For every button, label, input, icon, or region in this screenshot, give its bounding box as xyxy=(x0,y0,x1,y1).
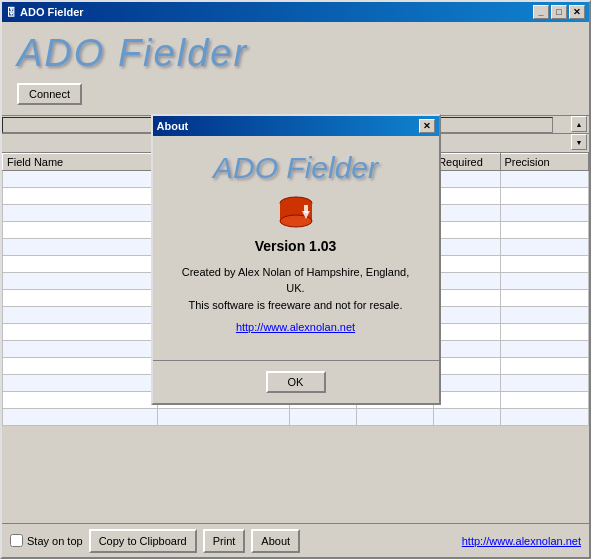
title-bar: 🗄 ADO Fielder _ □ ✕ xyxy=(2,2,589,22)
table-cell xyxy=(500,307,589,324)
modal-title-bar: About ✕ xyxy=(153,116,439,136)
main-window: 🗄 ADO Fielder _ □ ✕ ADO Fielder Connect … xyxy=(0,0,591,559)
modal-logo: ADO Fielder xyxy=(173,151,419,185)
table-cell xyxy=(434,307,500,324)
modal-separator xyxy=(153,360,439,361)
table-cell xyxy=(434,171,500,188)
table-cell xyxy=(290,409,356,426)
table-cell xyxy=(3,341,158,358)
table-cell xyxy=(434,290,500,307)
modal-footer: OK xyxy=(153,371,439,403)
col-required: Required xyxy=(434,154,500,171)
copy-clipboard-button[interactable]: Copy to Clipboard xyxy=(89,529,197,553)
table-cell xyxy=(434,375,500,392)
col-field-name: Field Name xyxy=(3,154,158,171)
scroll-up-button[interactable]: ▲ xyxy=(571,116,587,132)
table-cell xyxy=(500,188,589,205)
table-cell xyxy=(3,273,158,290)
stay-on-top-wrapper: Stay on top xyxy=(10,534,83,547)
table-cell xyxy=(434,188,500,205)
table-cell xyxy=(3,222,158,239)
bottom-bar: Stay on top Copy to Clipboard Print Abou… xyxy=(2,523,589,557)
table-cell xyxy=(500,324,589,341)
table-cell xyxy=(3,256,158,273)
close-button[interactable]: ✕ xyxy=(569,5,585,19)
description-line2: This software is freeware and not for re… xyxy=(189,299,403,311)
table-row xyxy=(3,409,589,426)
connect-button[interactable]: Connect xyxy=(17,83,82,105)
table-cell xyxy=(434,341,500,358)
ok-button[interactable]: OK xyxy=(266,371,326,393)
table-cell xyxy=(500,341,589,358)
modal-website-link[interactable]: http://www.alexnolan.net xyxy=(173,321,419,333)
svg-rect-4 xyxy=(304,205,308,213)
table-cell xyxy=(434,273,500,290)
minimize-button[interactable]: _ xyxy=(533,5,549,19)
stay-on-top-checkbox[interactable] xyxy=(10,534,23,547)
modal-db-icon xyxy=(276,193,316,233)
modal-title: About xyxy=(157,120,189,132)
table-cell xyxy=(500,239,589,256)
about-dialog: About ✕ ADO Fielder xyxy=(151,114,441,406)
title-icon: 🗄 xyxy=(6,7,16,18)
title-bar-text: 🗄 ADO Fielder xyxy=(6,6,84,18)
table-cell xyxy=(500,171,589,188)
modal-close-button[interactable]: ✕ xyxy=(419,119,435,133)
stay-on-top-label: Stay on top xyxy=(27,535,83,547)
about-button[interactable]: About xyxy=(251,529,300,553)
maximize-button[interactable]: □ xyxy=(551,5,567,19)
table-cell xyxy=(3,375,158,392)
table-cell xyxy=(434,205,500,222)
version-text: Version 1.03 xyxy=(173,238,419,254)
website-link[interactable]: http://www.alexnolan.net xyxy=(462,535,581,547)
table-cell xyxy=(3,171,158,188)
table-cell xyxy=(434,358,500,375)
table-cell xyxy=(3,188,158,205)
table-cell xyxy=(500,358,589,375)
table-cell xyxy=(434,324,500,341)
table-cell xyxy=(500,222,589,239)
modal-content: ADO Fielder Version 1.03 Create xyxy=(153,136,439,349)
table-cell xyxy=(3,205,158,222)
table-cell xyxy=(500,409,589,426)
table-cell xyxy=(434,222,500,239)
table-cell xyxy=(356,409,433,426)
print-button[interactable]: Print xyxy=(203,529,246,553)
title-buttons: _ □ ✕ xyxy=(533,5,585,19)
table-cell xyxy=(434,392,500,409)
description-text: Created by Alex Nolan of Hampshire, Engl… xyxy=(173,264,419,314)
table-cell xyxy=(500,392,589,409)
table-cell xyxy=(500,290,589,307)
table-cell xyxy=(3,358,158,375)
table-cell xyxy=(3,324,158,341)
description-line1: Created by Alex Nolan of Hampshire, Engl… xyxy=(182,266,409,295)
table-cell xyxy=(3,290,158,307)
table-cell xyxy=(434,409,500,426)
table-cell xyxy=(500,256,589,273)
table-cell xyxy=(500,205,589,222)
table-cell xyxy=(3,307,158,324)
table-cell xyxy=(434,239,500,256)
table-cell xyxy=(157,409,290,426)
table-cell xyxy=(3,409,158,426)
scroll-down-button[interactable]: ▼ xyxy=(571,134,587,150)
table-cell xyxy=(3,392,158,409)
window-title: ADO Fielder xyxy=(20,6,84,18)
table-cell xyxy=(434,256,500,273)
app-logo: ADO Fielder xyxy=(17,32,574,75)
table-cell xyxy=(3,239,158,256)
table-cell xyxy=(500,273,589,290)
table-cell xyxy=(500,375,589,392)
col-precision: Precision xyxy=(500,154,589,171)
header-area: ADO Fielder Connect xyxy=(2,22,589,116)
